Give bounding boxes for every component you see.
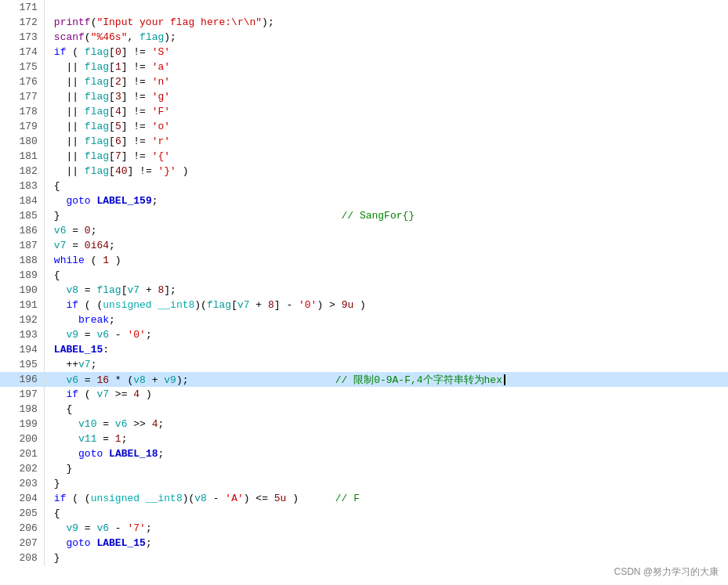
line-number: 201: [0, 446, 44, 461]
code-line: || flag[40] != '}' ): [44, 164, 728, 179]
line-number: 178: [0, 104, 44, 119]
code-line: LABEL_15:: [44, 342, 728, 357]
cursor: [504, 374, 505, 385]
code-line: } // SangFor{}: [44, 208, 728, 223]
line-number: 207: [0, 536, 44, 551]
code-line: || flag[6] != 'r': [44, 134, 728, 149]
line-number: 180: [0, 134, 44, 149]
code-line: goto LABEL_159;: [44, 193, 728, 208]
line-number: 206: [0, 521, 44, 536]
line-number: 190: [0, 283, 44, 298]
code-line: goto LABEL_18;: [44, 446, 728, 461]
code-line: || flag[4] != 'F': [44, 104, 728, 119]
code-line: if ( (unsigned __int8)(flag[v7 + 8] - '0…: [44, 298, 728, 312]
code-line: scanf("%46s", flag);: [44, 30, 728, 45]
line-number: 193: [0, 327, 44, 342]
line-number: 171: [0, 0, 44, 15]
line-number: 208: [0, 551, 44, 565]
code-line: {: [44, 268, 728, 283]
code-line: v11 = 1;: [44, 432, 728, 446]
code-line: v6 = 16 * (v8 + v9); // 限制0-9A-F,4个字符串转为…: [44, 372, 728, 387]
code-line: || flag[2] != 'n': [44, 74, 728, 89]
line-number: 186: [0, 223, 44, 238]
code-line: if ( (unsigned __int8)(v8 - 'A') <= 5u )…: [44, 491, 728, 506]
line-number: 195: [0, 357, 44, 372]
code-line: goto LABEL_15;: [44, 536, 728, 551]
code-line: v10 = v6 >> 4;: [44, 417, 728, 432]
code-line: || flag[7] != '{': [44, 149, 728, 164]
code-line: || flag[5] != 'o': [44, 119, 728, 134]
line-number: 198: [0, 402, 44, 417]
line-number: 196: [0, 372, 44, 387]
code-line: [44, 0, 728, 15]
code-line: }: [44, 476, 728, 491]
line-number: 181: [0, 149, 44, 164]
code-container: 171172printf("Input your flag here:\r\n"…: [0, 0, 728, 585]
line-number: 192: [0, 312, 44, 327]
line-number: 200: [0, 432, 44, 446]
code-line: while ( 1 ): [44, 253, 728, 268]
line-number: 182: [0, 164, 44, 179]
line-number: 204: [0, 491, 44, 506]
line-number: 199: [0, 417, 44, 432]
code-line: if ( v7 >= 4 ): [44, 387, 728, 402]
code-line: v7 = 0i64;: [44, 238, 728, 253]
code-line: if ( flag[0] != 'S': [44, 45, 728, 60]
code-line: v9 = v6 - '0';: [44, 327, 728, 342]
code-table: 171172printf("Input your flag here:\r\n"…: [0, 0, 728, 565]
code-line: v9 = v6 - '7';: [44, 521, 728, 536]
line-number: 202: [0, 461, 44, 476]
line-number: 191: [0, 298, 44, 312]
code-line: v6 = 0;: [44, 223, 728, 238]
code-line: v8 = flag[v7 + 8];: [44, 283, 728, 298]
code-line: }: [44, 551, 728, 565]
line-number: 183: [0, 179, 44, 193]
watermark-text: CSDN @努力学习的大康: [614, 565, 719, 579]
code-line: ++v7;: [44, 357, 728, 372]
line-number: 176: [0, 74, 44, 89]
line-number: 179: [0, 119, 44, 134]
code-line: || flag[3] != 'g': [44, 89, 728, 104]
code-line: || flag[1] != 'a': [44, 60, 728, 74]
code-line: }: [44, 461, 728, 476]
line-number: 174: [0, 45, 44, 60]
line-number: 173: [0, 30, 44, 45]
line-number: 197: [0, 387, 44, 402]
line-number: 177: [0, 89, 44, 104]
code-line: break;: [44, 312, 728, 327]
line-number: 185: [0, 208, 44, 223]
line-number: 203: [0, 476, 44, 491]
line-number: 194: [0, 342, 44, 357]
line-number: 172: [0, 15, 44, 30]
line-number: 188: [0, 253, 44, 268]
line-number: 184: [0, 193, 44, 208]
line-number: 187: [0, 238, 44, 253]
code-line: {: [44, 506, 728, 521]
line-number: 189: [0, 268, 44, 283]
code-line: {: [44, 402, 728, 417]
code-line: printf("Input your flag here:\r\n");: [44, 15, 728, 30]
line-number: 175: [0, 60, 44, 74]
line-number: 205: [0, 506, 44, 521]
code-line: {: [44, 179, 728, 193]
